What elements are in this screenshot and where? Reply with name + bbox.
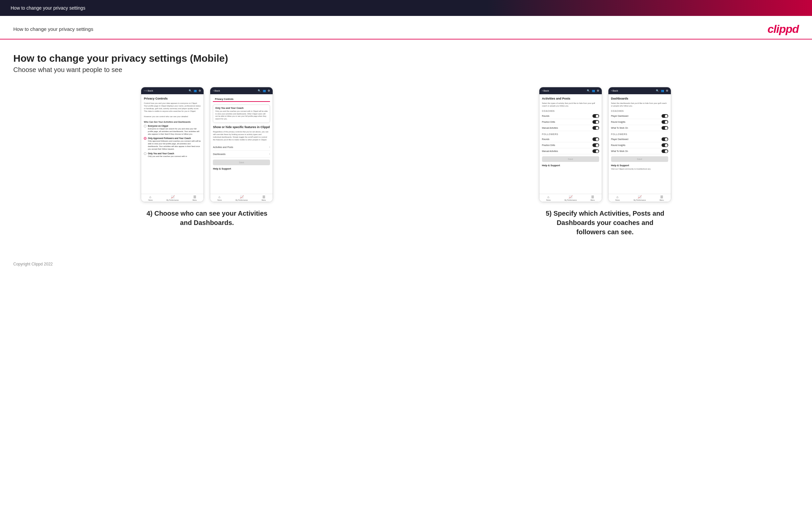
performance-icon-2a: 📈 — [568, 195, 572, 199]
dashboards-label: Dashboards — [213, 153, 225, 155]
who-can-see-label: Who Can See Your Activities and Dashboar… — [144, 121, 201, 123]
phone-2a-content: Activities and Posts Select the types of… — [539, 94, 602, 194]
toggle-player-dashboard-coaches[interactable]: Player Dashboard — [611, 113, 668, 119]
toggle-rounds-coaches-switch[interactable] — [593, 114, 599, 118]
toggle-what-to-work-followers[interactable]: What To Work On — [611, 148, 668, 154]
toggle-rounds-followers-switch[interactable] — [593, 137, 599, 141]
nav-home[interactable]: ⌂ Home — [148, 195, 152, 201]
toggle-round-insights-coaches-switch[interactable] — [662, 120, 668, 124]
toggle-rounds-coaches[interactable]: Rounds — [542, 113, 599, 119]
toggle-player-dashboard-followers[interactable]: Player Dashboard — [611, 136, 668, 143]
help-support-1b: Help & Support — [213, 167, 270, 170]
nav-menu-2b[interactable]: ☰ Menu — [660, 195, 664, 201]
toggle-player-dashboard-coaches-switch[interactable] — [662, 114, 668, 118]
nav-home-2b[interactable]: ⌂ Home — [615, 195, 620, 201]
home-icon: ⌂ — [149, 195, 151, 199]
toggle-round-insights-followers[interactable]: Round Insights — [611, 143, 668, 148]
save-button-2b[interactable]: Save — [611, 156, 668, 162]
menu-icon-2b: ☰ — [660, 195, 663, 199]
nav-menu-2a[interactable]: ☰ Menu — [591, 195, 595, 201]
toggle-what-to-work-coaches[interactable]: What To Work On — [611, 125, 668, 131]
rounds-label-coaches: Rounds — [542, 115, 549, 117]
nav-home-1b[interactable]: ⌂ Home — [217, 195, 221, 201]
home-icon-2a: ⌂ — [547, 195, 549, 199]
toggle-manual-followers-switch[interactable] — [593, 149, 599, 153]
nav-performance-2b[interactable]: 📈 My Performance — [633, 195, 646, 201]
activities-posts-row[interactable]: Activities and Posts › — [213, 144, 270, 151]
dashboards-row[interactable]: Dashboards › — [213, 151, 270, 158]
back-button-2b[interactable]: ‹ Back — [611, 89, 618, 92]
back-button-2a[interactable]: ‹ Back — [542, 89, 549, 92]
nav-performance-2a[interactable]: 📈 My Performance — [565, 195, 577, 201]
radio-youcoach[interactable]: Only You and Your Coach Only you and the… — [144, 152, 201, 158]
toggle-manual-coaches-switch[interactable] — [593, 126, 599, 130]
settings-icon[interactable]: ⚙ — [199, 89, 201, 92]
topbar-icons: 🔍 👥 ⚙ — [189, 89, 201, 92]
toggle-rounds-followers[interactable]: Rounds — [542, 136, 599, 143]
save-button-1b[interactable]: Save — [213, 160, 270, 165]
phone-2b-content: Dashboards Select the dashboards that yo… — [608, 94, 671, 194]
menu-icon-2a: ☰ — [591, 195, 594, 199]
toggle-practice-coaches-switch[interactable] — [593, 120, 599, 124]
nav-home-2a[interactable]: ⌂ Home — [546, 195, 551, 201]
radio-circle-everyone — [144, 125, 146, 127]
rounds-label-followers: Rounds — [542, 138, 549, 140]
performance-icon: 📈 — [171, 195, 175, 199]
nav-performance[interactable]: 📈 My Performance — [166, 195, 179, 201]
help-support-2b: Help & Support — [611, 164, 668, 167]
people-icon-2b[interactable]: 👥 — [661, 89, 664, 92]
toggle-what-to-work-followers-switch[interactable] — [662, 149, 668, 153]
phone-1a: ‹< Back 🔍 👥 ⚙ Privacy Controls Control h… — [141, 87, 204, 202]
save-button-2a[interactable]: Save — [542, 156, 599, 162]
coaches-heading: COACHES — [542, 110, 599, 112]
performance-icon-2b: 📈 — [638, 195, 642, 199]
radio-everyone[interactable]: Everyone on Clippd Everyone on Clippd ca… — [144, 124, 201, 135]
toggle-round-insights-coaches[interactable]: Round Insights — [611, 119, 668, 125]
manual-label-followers: Manual Activities — [542, 150, 558, 152]
main-content: How to change your privacy settings (Mob… — [0, 40, 812, 257]
practice-label-followers: Practice Drills — [542, 144, 555, 146]
phone-1a-bottom-nav: ⌂ Home 📈 My Performance ☰ Menu — [141, 194, 204, 202]
toggle-player-dashboard-followers-switch[interactable] — [662, 137, 668, 141]
search-icon[interactable]: 🔍 — [189, 89, 192, 92]
radio-text-youcoach: Only You and Your Coach Only you and the… — [148, 152, 187, 158]
toggle-practice-followers-switch[interactable] — [593, 143, 599, 147]
toggle-round-insights-followers-switch[interactable] — [662, 143, 668, 147]
show-hide-desc: Regardless of the privacy controls that … — [213, 130, 270, 141]
what-to-work-label-coaches: What To Work On — [611, 127, 628, 129]
caption-2: 5) Specify which Activities, Posts and D… — [542, 209, 668, 237]
home-icon-2b: ⌂ — [616, 195, 618, 199]
nav-performance-1b[interactable]: 📈 My Performance — [236, 195, 248, 201]
screenshot-pair-1: ‹< Back 🔍 👥 ⚙ Privacy Controls Control h… — [141, 87, 273, 202]
phone-1a-topbar: ‹< Back 🔍 👥 ⚙ — [141, 87, 204, 94]
back-button[interactable]: ‹< Back — [144, 89, 153, 92]
people-icon-2a[interactable]: 👥 — [592, 89, 595, 92]
toggle-practice-coaches[interactable]: Practice Drills — [542, 119, 599, 125]
radio-approved[interactable]: Only Approved Followers and Your Coach O… — [144, 137, 201, 151]
search-icon-1b[interactable]: 🔍 — [258, 89, 261, 92]
phone-1b-content: Privacy Controls Only You and Your Coach… — [210, 94, 273, 194]
toggle-manual-coaches[interactable]: Manual Activities — [542, 125, 599, 131]
header-nav-title: How to change your privacy settings — [13, 26, 93, 32]
page-heading: How to change your privacy settings (Mob… — [13, 53, 799, 64]
search-icon-2b[interactable]: 🔍 — [656, 89, 659, 92]
toggle-manual-followers[interactable]: Manual Activities — [542, 148, 599, 154]
search-icon-2a[interactable]: 🔍 — [587, 89, 590, 92]
people-icon-1b[interactable]: 👥 — [263, 89, 266, 92]
popup-desc: Only you and the coaches you connect wit… — [215, 110, 268, 120]
coaches-heading-2b: COACHES — [611, 110, 668, 112]
player-dashboard-label-followers: Player Dashboard — [611, 138, 628, 140]
tab-privacy-controls[interactable]: Privacy Controls — [213, 97, 236, 102]
footer: Copyright Clippd 2022 — [0, 257, 812, 272]
nav-menu[interactable]: ☰ Menu — [193, 195, 197, 201]
toggle-what-to-work-coaches-switch[interactable] — [662, 126, 668, 130]
settings-icon-2a[interactable]: ⚙ — [597, 89, 599, 92]
help-support-desc-2b: Visit our Clippd community to troublesho… — [611, 168, 668, 170]
settings-icon-2b[interactable]: ⚙ — [666, 89, 668, 92]
dashboards-desc: Select the dashboards that you'd like to… — [611, 102, 668, 107]
toggle-practice-followers[interactable]: Practice Drills — [542, 143, 599, 148]
settings-icon-1b[interactable]: ⚙ — [268, 89, 270, 92]
nav-menu-1b[interactable]: ☰ Menu — [262, 195, 266, 201]
people-icon[interactable]: 👥 — [194, 89, 197, 92]
back-button-1b[interactable]: ‹ Back — [213, 89, 220, 92]
